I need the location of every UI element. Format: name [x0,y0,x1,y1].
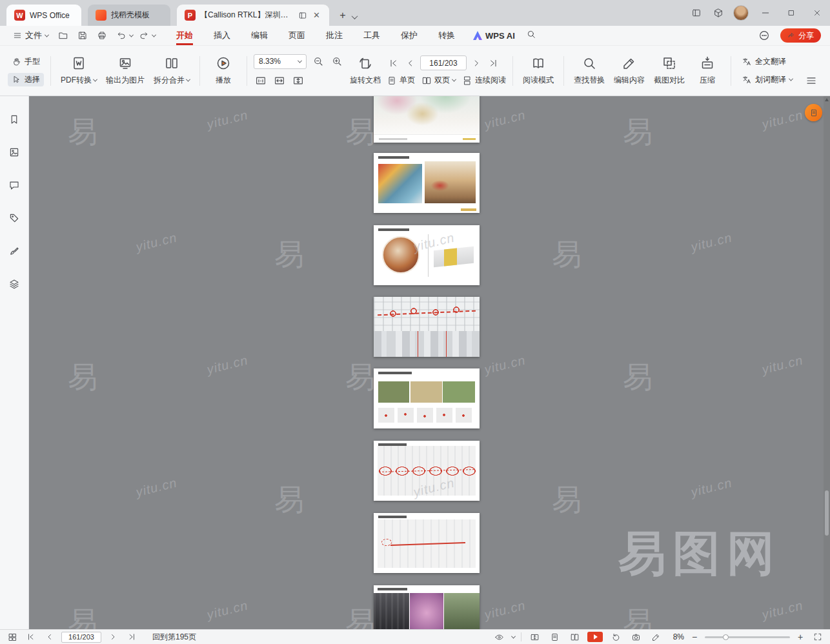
scrollbar-thumb[interactable] [825,490,829,536]
back-to-page-link[interactable]: 回到第195页 [152,632,196,643]
bookmarks-panel-button[interactable] [5,110,23,128]
zoom-slider-knob[interactable] [723,634,729,640]
sb-last-page-button[interactable] [125,630,139,643]
sb-double-page-button[interactable] [567,630,582,643]
rotate-document-button[interactable]: 旋转文档 [345,52,385,90]
screenshot-compare-button[interactable]: 截图对比 [649,52,689,90]
page-thumbnail-retail-street-renderings[interactable] [374,153,480,213]
next-page-button[interactable] [469,56,483,70]
play-slideshow-button[interactable]: 播放 [205,52,241,90]
continuous-view-button[interactable]: 连续阅读 [462,75,506,86]
open-file-button[interactable] [55,27,72,44]
find-replace-button[interactable]: 查找替换 [569,52,609,90]
workspace-panel-button[interactable] [685,0,707,26]
undo-chevron-icon[interactable] [129,32,134,37]
menu-convert[interactable]: 转换 [428,26,465,45]
fit-width-button[interactable] [272,74,287,88]
zoom-slider[interactable] [705,632,790,641]
signature-panel-button[interactable] [5,242,23,260]
page-thumbnail-plan-red-path[interactable] [374,513,480,573]
page-thumbnail-plan-red-circles[interactable] [374,441,480,501]
service-button[interactable] [756,27,773,44]
thumbnail-panel-button[interactable] [5,630,19,643]
page-number-input[interactable] [420,55,467,70]
menu-wps-ai[interactable]: WPS AI [465,26,523,45]
undo-button[interactable] [113,27,130,44]
page-thumbnail-dark-image-panels[interactable] [374,585,480,629]
export-image-button[interactable]: 输出为图片 [101,52,149,90]
previous-page-button[interactable] [403,56,418,70]
page-thumbnail-street-photos-and-plans[interactable] [374,368,480,428]
sb-edit-button[interactable] [649,630,663,643]
first-page-button[interactable] [387,56,401,70]
zoom-minus-button[interactable]: − [690,632,699,641]
tab-close-icon[interactable]: ✕ [312,10,321,20]
menu-edit[interactable]: 编辑 [241,26,278,45]
word-translate-button[interactable]: 划词翻译 [738,73,796,86]
tab-docer-templates[interactable]: 找稻壳模板 [88,5,170,26]
double-page-view-button[interactable]: 双页 [421,75,456,86]
assistant-floating-button[interactable] [805,104,822,121]
menu-insert[interactable]: 插入 [203,26,241,45]
menu-tools[interactable]: 工具 [353,26,390,45]
zoom-select[interactable]: 8.33% [254,54,307,69]
select-tool-button[interactable]: 选择 [8,73,44,86]
compress-button[interactable]: 压缩 [689,52,725,90]
menu-home[interactable]: 开始 [166,26,203,45]
sb-next-page-button[interactable] [106,630,120,643]
attachments-panel-button[interactable] [5,209,23,227]
sb-fit-page-button[interactable] [527,630,542,643]
file-menu-button[interactable]: 文件 [9,26,52,45]
single-page-view-button[interactable]: 单页 [387,75,415,86]
page-thumbnail-interior-atrium-rendering[interactable] [374,96,480,143]
split-merge-button[interactable]: 拆分合并 [149,52,194,90]
comments-panel-button[interactable] [5,176,23,194]
fullscreen-button[interactable] [811,630,825,643]
sb-previous-page-button[interactable] [43,630,57,643]
maximize-button[interactable] [778,0,804,26]
tab-wps-home[interactable]: W WPS Office [6,5,81,26]
redo-chevron-icon[interactable] [152,32,156,37]
sb-play-button[interactable] [587,632,603,642]
eye-protect-button[interactable] [492,630,506,643]
document-canvas[interactable]: 易yitu.cn易yitu.cn易yitu.cnyitu.cn易yitu.cn易… [29,96,830,629]
menu-search-button[interactable] [523,26,540,43]
eye-protect-chevron-icon[interactable] [511,634,516,638]
reading-mode-button[interactable]: 阅读模式 [518,52,558,90]
sb-first-page-button[interactable] [24,630,38,643]
tab-document[interactable]: P 【Callison RTKL】深圳红山龙 ✕ [177,5,329,26]
fit-page-button[interactable] [291,74,305,88]
zoom-out-button[interactable] [311,54,325,68]
app-center-button[interactable] [707,0,729,26]
vertical-scrollbar[interactable] [824,96,830,629]
scroll-up-icon[interactable] [825,98,829,101]
new-tab-button[interactable]: + [336,8,350,23]
sb-page-number-input[interactable] [61,632,101,643]
minimize-button[interactable] [753,0,778,26]
share-button[interactable]: 分享 [780,28,821,43]
menu-annotate[interactable]: 批注 [316,26,353,45]
last-page-button[interactable] [486,56,500,70]
hand-tool-button[interactable]: 手型 [8,55,44,68]
layers-panel-button[interactable] [5,275,23,293]
sb-rotate-button[interactable] [609,630,623,643]
page-thumbnail-storefront-detail-diagram[interactable] [374,225,480,285]
thumbnails-panel-button[interactable] [5,143,23,161]
sb-snapshot-button[interactable] [629,630,643,643]
save-button[interactable] [74,27,91,44]
close-button[interactable] [804,0,830,26]
zoom-in-button[interactable] [330,54,344,68]
zoom-plus-button[interactable]: + [796,632,805,641]
redo-button[interactable] [136,27,152,44]
pdf-convert-button[interactable]: PDF转换 [56,52,101,90]
avatar[interactable] [733,5,749,21]
edit-content-button[interactable]: 编辑内容 [609,52,649,90]
print-button[interactable] [94,27,110,44]
tab-preview-icon[interactable] [298,11,307,20]
sb-single-page-button[interactable] [547,630,562,643]
menu-protect[interactable]: 保护 [390,26,428,45]
full-translate-button[interactable]: 全文翻译 [738,55,796,68]
collapse-toolbar-button[interactable] [804,74,818,88]
page-thumbnail-site-plan-red-route[interactable] [374,297,480,357]
tab-list-chevron-icon[interactable] [352,13,358,19]
